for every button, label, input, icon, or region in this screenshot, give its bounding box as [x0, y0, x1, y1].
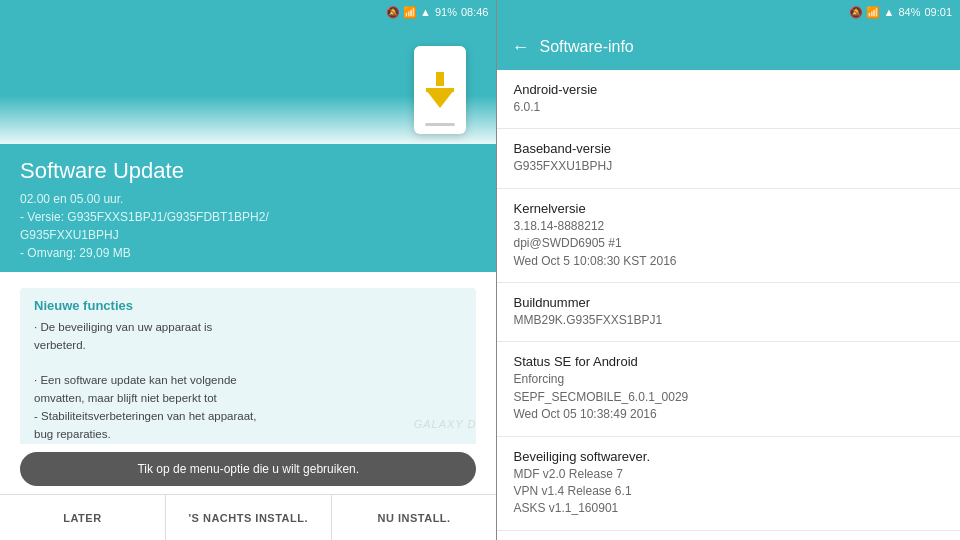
info-value: EnforcingSEPF_SECMOBILE_6.0.1_0029Wed Oc… — [513, 371, 944, 423]
update-info: 02.00 en 05.00 uur. - Versie: G935FXXS1B… — [20, 190, 476, 262]
info-label: Beveiliging softwarever. — [513, 449, 944, 464]
nieuwe-functies-title: Nieuwe functies — [34, 298, 462, 313]
back-button[interactable]: ← — [511, 37, 529, 58]
right-header-title: Software-info — [539, 38, 633, 56]
bottom-buttons: LATER 'S NACHTS INSTALL. NU INSTALL. — [0, 494, 496, 540]
left-status-bar: 🔕 📶 ▲ 91% 08:46 — [0, 0, 496, 24]
info-item: Beveiliging softwarever.MDF v2.0 Release… — [497, 437, 960, 531]
info-item: Kernelversie3.18.14-8888212dpi@SWDD6905 … — [497, 189, 960, 283]
info-label: Android-versie — [513, 82, 944, 97]
right-time: 09:01 — [924, 6, 952, 18]
info-item: KNOX-versieKNOX 2.6Standard SDK 5.6.0Pre… — [497, 531, 960, 540]
right-battery: 84% — [898, 6, 920, 18]
info-value: MMB29K.G935FXXS1BPJ1 — [513, 312, 944, 329]
nieuwe-functies-text: · De beveiliging van uw apparaat is verb… — [34, 319, 462, 444]
info-value: 6.0.1 — [513, 99, 944, 116]
phone-update-icon — [414, 46, 466, 134]
watermark: GALAXY D — [414, 418, 477, 430]
left-time: 08:46 — [461, 6, 489, 18]
left-panel: 🔕 📶 ▲ 91% 08:46 Software Update 02.00 en… — [0, 0, 496, 540]
info-value: 3.18.14-8888212dpi@SWDD6905 #1Wed Oct 5 … — [513, 218, 944, 270]
right-panel: 🔕 📶 ▲ 84% 09:01 ← Software-info Android-… — [497, 0, 960, 540]
nacht-install-button[interactable]: 'S NACHTS INSTALL. — [166, 495, 332, 540]
info-label: Buildnummer — [513, 295, 944, 310]
left-header — [0, 24, 496, 144]
info-item: Android-versie6.0.1 — [497, 70, 960, 129]
left-battery: 91% — [435, 6, 457, 18]
info-item: Baseband-versieG935FXXU1BPHJ — [497, 129, 960, 188]
info-item: BuildnummerMMB29K.G935FXXS1BPJ1 — [497, 283, 960, 342]
update-title-section: Software Update 02.00 en 05.00 uur. - Ve… — [0, 144, 496, 272]
right-status-bar: 🔕 📶 ▲ 84% 09:01 — [497, 0, 960, 24]
info-label: Status SE for Android — [513, 354, 944, 369]
info-item: Status SE for AndroidEnforcingSEPF_SECMO… — [497, 342, 960, 436]
right-status-icons: 🔕 📶 ▲ — [849, 6, 894, 19]
info-label: Kernelversie — [513, 201, 944, 216]
right-content[interactable]: Android-versie6.0.1Baseband-versieG935FX… — [497, 70, 960, 540]
info-value: MDF v2.0 Release 7VPN v1.4 Release 6.1AS… — [513, 466, 944, 518]
info-value: G935FXXU1BPHJ — [513, 158, 944, 175]
menu-hint: Tik op de menu-optie die u wilt gebruike… — [20, 452, 476, 486]
nieuwe-functies-box: Nieuwe functies · De beveiliging van uw … — [20, 288, 476, 444]
update-title: Software Update — [20, 158, 476, 184]
left-status-icons: 🔕 📶 ▲ — [386, 6, 431, 19]
later-button[interactable]: LATER — [0, 495, 166, 540]
info-label: Baseband-versie — [513, 141, 944, 156]
nu-install-button[interactable]: NU INSTALL. — [332, 495, 497, 540]
right-header: ← Software-info — [497, 24, 960, 70]
phone-shape — [414, 46, 466, 134]
